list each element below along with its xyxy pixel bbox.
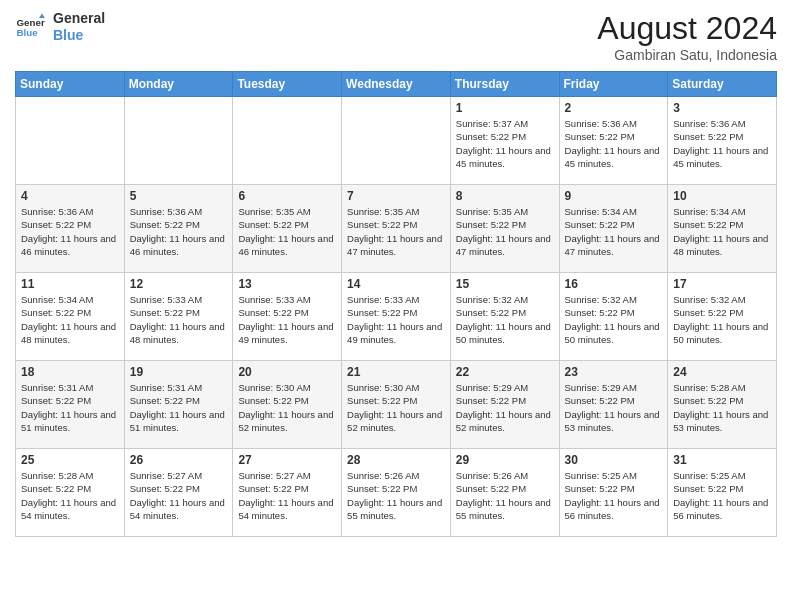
day-number: 13 xyxy=(238,277,336,291)
day-info: Sunrise: 5:34 AM Sunset: 5:22 PM Dayligh… xyxy=(21,293,119,346)
calendar-cell: 19Sunrise: 5:31 AM Sunset: 5:22 PM Dayli… xyxy=(124,361,233,449)
day-number: 8 xyxy=(456,189,554,203)
day-info: Sunrise: 5:28 AM Sunset: 5:22 PM Dayligh… xyxy=(673,381,771,434)
day-number: 19 xyxy=(130,365,228,379)
calendar-cell: 13Sunrise: 5:33 AM Sunset: 5:22 PM Dayli… xyxy=(233,273,342,361)
day-info: Sunrise: 5:34 AM Sunset: 5:22 PM Dayligh… xyxy=(565,205,663,258)
day-number: 5 xyxy=(130,189,228,203)
day-info: Sunrise: 5:29 AM Sunset: 5:22 PM Dayligh… xyxy=(456,381,554,434)
calendar-week-row: 25Sunrise: 5:28 AM Sunset: 5:22 PM Dayli… xyxy=(16,449,777,537)
day-number: 9 xyxy=(565,189,663,203)
day-number: 15 xyxy=(456,277,554,291)
day-number: 7 xyxy=(347,189,445,203)
day-number: 24 xyxy=(673,365,771,379)
calendar-cell xyxy=(16,97,125,185)
day-info: Sunrise: 5:33 AM Sunset: 5:22 PM Dayligh… xyxy=(130,293,228,346)
calendar-cell: 1Sunrise: 5:37 AM Sunset: 5:22 PM Daylig… xyxy=(450,97,559,185)
calendar-cell: 17Sunrise: 5:32 AM Sunset: 5:22 PM Dayli… xyxy=(668,273,777,361)
day-number: 27 xyxy=(238,453,336,467)
day-number: 28 xyxy=(347,453,445,467)
day-info: Sunrise: 5:31 AM Sunset: 5:22 PM Dayligh… xyxy=(130,381,228,434)
day-info: Sunrise: 5:26 AM Sunset: 5:22 PM Dayligh… xyxy=(347,469,445,522)
day-info: Sunrise: 5:27 AM Sunset: 5:22 PM Dayligh… xyxy=(130,469,228,522)
day-info: Sunrise: 5:34 AM Sunset: 5:22 PM Dayligh… xyxy=(673,205,771,258)
day-info: Sunrise: 5:32 AM Sunset: 5:22 PM Dayligh… xyxy=(456,293,554,346)
day-info: Sunrise: 5:27 AM Sunset: 5:22 PM Dayligh… xyxy=(238,469,336,522)
calendar-cell: 10Sunrise: 5:34 AM Sunset: 5:22 PM Dayli… xyxy=(668,185,777,273)
calendar-cell: 15Sunrise: 5:32 AM Sunset: 5:22 PM Dayli… xyxy=(450,273,559,361)
day-number: 31 xyxy=(673,453,771,467)
calendar-cell: 27Sunrise: 5:27 AM Sunset: 5:22 PM Dayli… xyxy=(233,449,342,537)
header-saturday: Saturday xyxy=(668,72,777,97)
day-number: 20 xyxy=(238,365,336,379)
day-info: Sunrise: 5:32 AM Sunset: 5:22 PM Dayligh… xyxy=(673,293,771,346)
weekday-header-row: Sunday Monday Tuesday Wednesday Thursday… xyxy=(16,72,777,97)
day-info: Sunrise: 5:30 AM Sunset: 5:22 PM Dayligh… xyxy=(347,381,445,434)
calendar-cell: 21Sunrise: 5:30 AM Sunset: 5:22 PM Dayli… xyxy=(342,361,451,449)
calendar-cell: 14Sunrise: 5:33 AM Sunset: 5:22 PM Dayli… xyxy=(342,273,451,361)
day-info: Sunrise: 5:26 AM Sunset: 5:22 PM Dayligh… xyxy=(456,469,554,522)
day-number: 29 xyxy=(456,453,554,467)
calendar-cell: 9Sunrise: 5:34 AM Sunset: 5:22 PM Daylig… xyxy=(559,185,668,273)
calendar-week-row: 4Sunrise: 5:36 AM Sunset: 5:22 PM Daylig… xyxy=(16,185,777,273)
day-info: Sunrise: 5:31 AM Sunset: 5:22 PM Dayligh… xyxy=(21,381,119,434)
calendar-cell: 8Sunrise: 5:35 AM Sunset: 5:22 PM Daylig… xyxy=(450,185,559,273)
day-number: 21 xyxy=(347,365,445,379)
day-info: Sunrise: 5:35 AM Sunset: 5:22 PM Dayligh… xyxy=(456,205,554,258)
day-number: 14 xyxy=(347,277,445,291)
calendar-cell: 29Sunrise: 5:26 AM Sunset: 5:22 PM Dayli… xyxy=(450,449,559,537)
day-info: Sunrise: 5:25 AM Sunset: 5:22 PM Dayligh… xyxy=(673,469,771,522)
calendar-page: General Blue General Blue August 2024 Ga… xyxy=(0,0,792,612)
calendar-cell: 20Sunrise: 5:30 AM Sunset: 5:22 PM Dayli… xyxy=(233,361,342,449)
svg-text:General: General xyxy=(17,16,46,27)
day-info: Sunrise: 5:36 AM Sunset: 5:22 PM Dayligh… xyxy=(673,117,771,170)
calendar-cell xyxy=(342,97,451,185)
title-block: August 2024 Gambiran Satu, Indonesia xyxy=(597,10,777,63)
header-thursday: Thursday xyxy=(450,72,559,97)
day-number: 6 xyxy=(238,189,336,203)
calendar-cell: 2Sunrise: 5:36 AM Sunset: 5:22 PM Daylig… xyxy=(559,97,668,185)
logo-blue: Blue xyxy=(53,27,105,44)
day-number: 3 xyxy=(673,101,771,115)
day-number: 4 xyxy=(21,189,119,203)
day-number: 1 xyxy=(456,101,554,115)
day-info: Sunrise: 5:36 AM Sunset: 5:22 PM Dayligh… xyxy=(130,205,228,258)
calendar-cell: 30Sunrise: 5:25 AM Sunset: 5:22 PM Dayli… xyxy=(559,449,668,537)
day-number: 25 xyxy=(21,453,119,467)
calendar-cell: 18Sunrise: 5:31 AM Sunset: 5:22 PM Dayli… xyxy=(16,361,125,449)
calendar-cell: 11Sunrise: 5:34 AM Sunset: 5:22 PM Dayli… xyxy=(16,273,125,361)
calendar-cell: 12Sunrise: 5:33 AM Sunset: 5:22 PM Dayli… xyxy=(124,273,233,361)
calendar-week-row: 11Sunrise: 5:34 AM Sunset: 5:22 PM Dayli… xyxy=(16,273,777,361)
logo: General Blue General Blue xyxy=(15,10,105,44)
calendar-week-row: 1Sunrise: 5:37 AM Sunset: 5:22 PM Daylig… xyxy=(16,97,777,185)
calendar-cell: 5Sunrise: 5:36 AM Sunset: 5:22 PM Daylig… xyxy=(124,185,233,273)
header-friday: Friday xyxy=(559,72,668,97)
calendar-week-row: 18Sunrise: 5:31 AM Sunset: 5:22 PM Dayli… xyxy=(16,361,777,449)
day-number: 17 xyxy=(673,277,771,291)
day-info: Sunrise: 5:35 AM Sunset: 5:22 PM Dayligh… xyxy=(347,205,445,258)
calendar-cell xyxy=(124,97,233,185)
day-number: 26 xyxy=(130,453,228,467)
day-number: 18 xyxy=(21,365,119,379)
day-info: Sunrise: 5:33 AM Sunset: 5:22 PM Dayligh… xyxy=(347,293,445,346)
svg-marker-2 xyxy=(39,13,45,18)
svg-text:Blue: Blue xyxy=(17,27,39,38)
calendar-cell: 23Sunrise: 5:29 AM Sunset: 5:22 PM Dayli… xyxy=(559,361,668,449)
day-number: 30 xyxy=(565,453,663,467)
header-sunday: Sunday xyxy=(16,72,125,97)
calendar-table: Sunday Monday Tuesday Wednesday Thursday… xyxy=(15,71,777,537)
calendar-cell: 4Sunrise: 5:36 AM Sunset: 5:22 PM Daylig… xyxy=(16,185,125,273)
day-info: Sunrise: 5:37 AM Sunset: 5:22 PM Dayligh… xyxy=(456,117,554,170)
header-wednesday: Wednesday xyxy=(342,72,451,97)
logo-icon: General Blue xyxy=(15,12,45,42)
page-header: General Blue General Blue August 2024 Ga… xyxy=(15,10,777,63)
day-number: 12 xyxy=(130,277,228,291)
day-number: 10 xyxy=(673,189,771,203)
calendar-cell: 28Sunrise: 5:26 AM Sunset: 5:22 PM Dayli… xyxy=(342,449,451,537)
calendar-cell xyxy=(233,97,342,185)
day-info: Sunrise: 5:28 AM Sunset: 5:22 PM Dayligh… xyxy=(21,469,119,522)
day-number: 2 xyxy=(565,101,663,115)
day-number: 22 xyxy=(456,365,554,379)
calendar-cell: 24Sunrise: 5:28 AM Sunset: 5:22 PM Dayli… xyxy=(668,361,777,449)
day-number: 23 xyxy=(565,365,663,379)
